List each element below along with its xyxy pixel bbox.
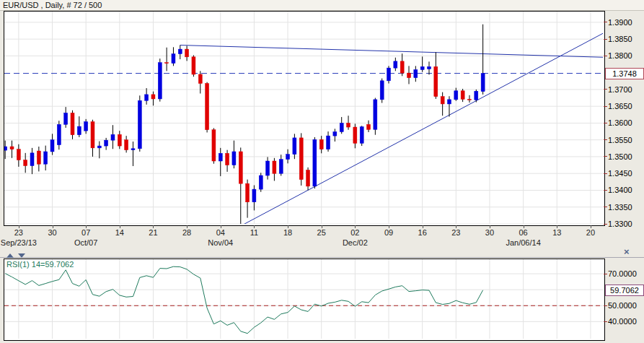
rsi-axis-label: 70.0000 (608, 269, 644, 279)
price-axis-label: 1.3500 (608, 152, 644, 162)
price-axis-label: 1.3850 (608, 34, 644, 44)
collapse-up-icon[interactable] (6, 253, 14, 258)
rsi-axis-label: 40.0000 (608, 316, 644, 326)
rsi-axis-tick (604, 321, 607, 322)
week-tick-label: 21 (144, 228, 162, 237)
week-tick-label: 16 (413, 228, 432, 237)
candlestick-chart[interactable] (4, 12, 603, 224)
month-label: Jan/06/14 (498, 238, 549, 247)
month-label: Dec/02 (330, 238, 380, 247)
price-axis-label: 1.3300 (608, 219, 644, 229)
rsi-grid-lines (4, 259, 603, 339)
chart-title: EUR/USD , Daily, # 72 / 500 (3, 1, 102, 9)
price-axis-label: 1.3550 (608, 135, 644, 145)
price-axis-tick (604, 106, 607, 107)
week-tick-label: 11 (244, 228, 263, 237)
week-tick-label: 04 (211, 228, 230, 237)
price-axis-tick (604, 22, 607, 22)
price-axis-label: 1.3700 (608, 84, 644, 95)
price-axis-tick (604, 224, 607, 225)
price-axis-label: 1.3600 (608, 118, 644, 128)
month-label: Sep/23/13 (0, 238, 44, 247)
week-tick-label: 25 (312, 228, 331, 237)
month-label: Nov/04 (195, 238, 246, 247)
week-tick-label: 20 (581, 228, 600, 237)
collapse-down-icon[interactable] (18, 253, 25, 258)
week-tick-label: 23 (9, 228, 28, 237)
rsi-indicator-pane[interactable] (4, 259, 605, 341)
chart-window: EUR/USD , Daily, # 72 / 500 1.39001.3850… (0, 0, 644, 343)
main-chart-pane[interactable] (4, 11, 605, 226)
price-axis-tick (604, 139, 607, 140)
price-axis-tick (604, 156, 607, 157)
price-axis-label: 1.3650 (608, 101, 644, 111)
price-axis-tick (604, 39, 607, 40)
candles (4, 25, 485, 224)
week-tick-label: 14 (110, 228, 129, 237)
rsi-value-badge: 59.7062 (605, 285, 644, 296)
close-icon[interactable]: × (624, 248, 630, 256)
week-tick-label: 07 (76, 228, 95, 237)
panel-splitter[interactable] (0, 257, 644, 258)
price-axis-tick (604, 56, 607, 56)
week-tick-label: 28 (177, 228, 196, 237)
price-axis-tick (604, 173, 607, 174)
trendline-support (243, 33, 603, 224)
price-axis-tick (604, 123, 607, 123)
week-tick-label: 23 (446, 228, 465, 237)
price-axis-tick (604, 190, 607, 191)
trendline-resistance (180, 45, 603, 58)
month-label: Oct/07 (61, 238, 111, 247)
rsi-indicator-label: RSI(1) 14=59.7062 (6, 260, 74, 269)
week-tick-label: 09 (379, 228, 398, 237)
price-axis-label: 1.3800 (608, 51, 644, 61)
price-axis-label: 1.3350 (608, 202, 644, 212)
current-price-badge: 1.3748 (605, 68, 644, 79)
week-tick-label: 13 (547, 228, 566, 237)
rsi-axis-tick (604, 274, 607, 274)
price-axis-tick (604, 89, 607, 90)
rsi-axis-tick (604, 305, 607, 306)
price-axis-label: 1.3900 (608, 17, 644, 27)
rsi-axis-label: 50.0000 (608, 300, 644, 311)
grid-lines (4, 12, 603, 224)
week-tick-label: 02 (345, 228, 364, 237)
week-tick-label: 30 (480, 228, 499, 237)
rsi-chart[interactable] (4, 259, 603, 339)
price-axis-label: 1.3450 (608, 168, 644, 178)
week-tick-label: 18 (278, 228, 297, 237)
rsi-line (5, 266, 482, 334)
week-tick-label: 30 (43, 228, 62, 237)
price-axis-tick (604, 207, 607, 207)
week-tick-label: 06 (514, 228, 533, 237)
chart-title-bar: EUR/USD , Daily, # 72 / 500 (0, 0, 644, 11)
price-axis-label: 1.3400 (608, 185, 644, 195)
